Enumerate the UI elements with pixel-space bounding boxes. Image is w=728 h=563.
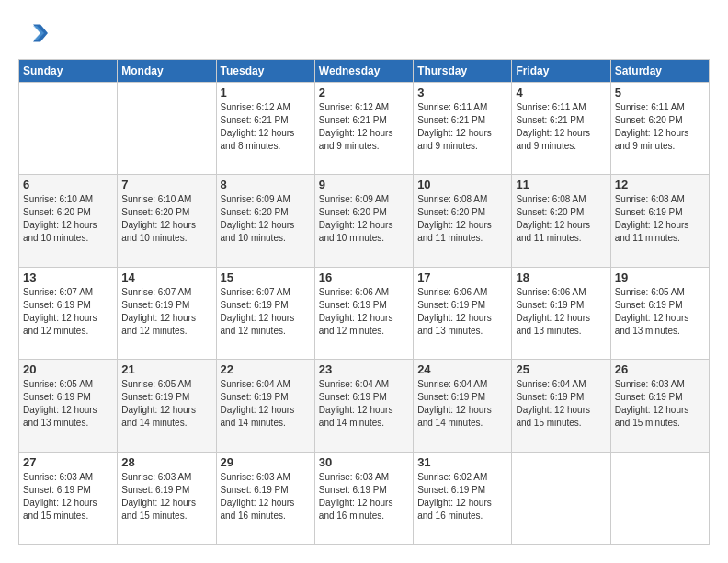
- day-number: 4: [516, 86, 606, 99]
- day-cell: 21Sunrise: 6:05 AM Sunset: 6:19 PM Dayli…: [118, 360, 216, 452]
- day-number: 19: [615, 270, 705, 284]
- day-info: Sunrise: 6:09 AM Sunset: 6:20 PM Dayligh…: [319, 193, 409, 245]
- day-number: 1: [221, 86, 311, 99]
- day-cell: 24Sunrise: 6:04 AM Sunset: 6:19 PM Dayli…: [414, 360, 512, 452]
- day-cell: 18Sunrise: 6:06 AM Sunset: 6:19 PM Dayli…: [512, 267, 610, 359]
- day-cell: 13Sunrise: 6:07 AM Sunset: 6:19 PM Dayli…: [19, 267, 118, 359]
- day-cell: 29Sunrise: 6:03 AM Sunset: 6:19 PM Dayli…: [216, 452, 314, 544]
- day-number: 2: [319, 86, 409, 99]
- day-number: 17: [417, 270, 507, 284]
- day-info: Sunrise: 6:05 AM Sunset: 6:19 PM Dayligh…: [23, 378, 113, 430]
- day-cell: [610, 452, 709, 544]
- day-cell: 5Sunrise: 6:11 AM Sunset: 6:20 PM Daylig…: [610, 83, 709, 175]
- day-cell: 9Sunrise: 6:09 AM Sunset: 6:20 PM Daylig…: [314, 175, 413, 267]
- col-header-saturday: Saturday: [610, 60, 709, 83]
- day-cell: 23Sunrise: 6:04 AM Sunset: 6:19 PM Dayli…: [314, 360, 413, 452]
- day-number: 6: [23, 178, 113, 191]
- day-number: 31: [417, 455, 507, 469]
- day-info: Sunrise: 6:10 AM Sunset: 6:20 PM Dayligh…: [121, 193, 211, 245]
- day-info: Sunrise: 6:02 AM Sunset: 6:19 PM Dayligh…: [417, 471, 507, 523]
- day-info: Sunrise: 6:05 AM Sunset: 6:19 PM Dayligh…: [615, 286, 705, 338]
- day-info: Sunrise: 6:08 AM Sunset: 6:20 PM Dayligh…: [516, 193, 606, 245]
- day-info: Sunrise: 6:07 AM Sunset: 6:19 PM Dayligh…: [121, 286, 211, 338]
- col-header-wednesday: Wednesday: [314, 60, 413, 83]
- day-info: Sunrise: 6:06 AM Sunset: 6:19 PM Dayligh…: [516, 286, 606, 338]
- day-info: Sunrise: 6:11 AM Sunset: 6:20 PM Dayligh…: [615, 101, 705, 153]
- day-info: Sunrise: 6:04 AM Sunset: 6:19 PM Dayligh…: [319, 378, 409, 430]
- col-header-friday: Friday: [512, 60, 610, 83]
- day-info: Sunrise: 6:06 AM Sunset: 6:19 PM Dayligh…: [417, 286, 507, 338]
- calendar-table: SundayMondayTuesdayWednesdayThursdayFrid…: [18, 59, 710, 545]
- day-number: 23: [319, 362, 409, 376]
- day-number: 11: [516, 178, 606, 191]
- col-header-monday: Monday: [118, 60, 216, 83]
- day-number: 14: [121, 270, 211, 284]
- day-number: 29: [221, 455, 311, 469]
- day-cell: 1Sunrise: 6:12 AM Sunset: 6:21 PM Daylig…: [216, 83, 314, 175]
- day-info: Sunrise: 6:11 AM Sunset: 6:21 PM Dayligh…: [516, 101, 606, 153]
- day-cell: 11Sunrise: 6:08 AM Sunset: 6:20 PM Dayli…: [512, 175, 610, 267]
- day-number: 7: [121, 178, 211, 191]
- day-number: 22: [221, 362, 311, 376]
- day-info: Sunrise: 6:03 AM Sunset: 6:19 PM Dayligh…: [23, 471, 113, 523]
- day-info: Sunrise: 6:03 AM Sunset: 6:19 PM Dayligh…: [615, 378, 705, 430]
- calendar-header-row: SundayMondayTuesdayWednesdayThursdayFrid…: [19, 60, 710, 83]
- day-number: 27: [23, 455, 113, 469]
- day-cell: 7Sunrise: 6:10 AM Sunset: 6:20 PM Daylig…: [118, 175, 216, 267]
- col-header-thursday: Thursday: [414, 60, 512, 83]
- day-info: Sunrise: 6:03 AM Sunset: 6:19 PM Dayligh…: [121, 471, 211, 523]
- day-cell: 4Sunrise: 6:11 AM Sunset: 6:21 PM Daylig…: [512, 83, 610, 175]
- day-cell: 3Sunrise: 6:11 AM Sunset: 6:21 PM Daylig…: [414, 83, 512, 175]
- day-cell: 16Sunrise: 6:06 AM Sunset: 6:19 PM Dayli…: [314, 267, 413, 359]
- day-cell: [512, 452, 610, 544]
- day-number: 9: [319, 178, 409, 191]
- week-row-1: 1Sunrise: 6:12 AM Sunset: 6:21 PM Daylig…: [19, 83, 710, 175]
- day-number: 18: [516, 270, 606, 284]
- day-info: Sunrise: 6:07 AM Sunset: 6:19 PM Dayligh…: [221, 286, 311, 338]
- day-info: Sunrise: 6:04 AM Sunset: 6:19 PM Dayligh…: [221, 378, 311, 430]
- day-info: Sunrise: 6:04 AM Sunset: 6:19 PM Dayligh…: [516, 378, 606, 430]
- day-info: Sunrise: 6:03 AM Sunset: 6:19 PM Dayligh…: [319, 471, 409, 523]
- page: SundayMondayTuesdayWednesdayThursdayFrid…: [0, 0, 728, 563]
- day-number: 15: [221, 270, 311, 284]
- col-header-sunday: Sunday: [19, 60, 118, 83]
- day-info: Sunrise: 6:10 AM Sunset: 6:20 PM Dayligh…: [23, 193, 113, 245]
- day-cell: 28Sunrise: 6:03 AM Sunset: 6:19 PM Dayli…: [118, 452, 216, 544]
- day-cell: 10Sunrise: 6:08 AM Sunset: 6:20 PM Dayli…: [414, 175, 512, 267]
- day-number: 30: [319, 455, 409, 469]
- day-number: 16: [319, 270, 409, 284]
- day-cell: 26Sunrise: 6:03 AM Sunset: 6:19 PM Dayli…: [610, 360, 709, 452]
- day-number: 12: [615, 178, 705, 191]
- day-cell: 12Sunrise: 6:08 AM Sunset: 6:19 PM Dayli…: [610, 175, 709, 267]
- day-cell: [118, 83, 216, 175]
- day-cell: 20Sunrise: 6:05 AM Sunset: 6:19 PM Dayli…: [19, 360, 118, 452]
- week-row-2: 6Sunrise: 6:10 AM Sunset: 6:20 PM Daylig…: [19, 175, 710, 267]
- day-cell: 22Sunrise: 6:04 AM Sunset: 6:19 PM Dayli…: [216, 360, 314, 452]
- day-info: Sunrise: 6:11 AM Sunset: 6:21 PM Dayligh…: [417, 101, 507, 153]
- day-number: 3: [417, 86, 507, 99]
- day-number: 10: [417, 178, 507, 191]
- day-number: 8: [221, 178, 311, 191]
- day-cell: 19Sunrise: 6:05 AM Sunset: 6:19 PM Dayli…: [610, 267, 709, 359]
- day-number: 26: [615, 362, 705, 376]
- day-number: 20: [23, 362, 113, 376]
- day-info: Sunrise: 6:07 AM Sunset: 6:19 PM Dayligh…: [23, 286, 113, 338]
- day-number: 25: [516, 362, 606, 376]
- logo: [18, 18, 51, 48]
- day-info: Sunrise: 6:04 AM Sunset: 6:19 PM Dayligh…: [417, 378, 507, 430]
- week-row-3: 13Sunrise: 6:07 AM Sunset: 6:19 PM Dayli…: [19, 267, 710, 359]
- day-info: Sunrise: 6:05 AM Sunset: 6:19 PM Dayligh…: [121, 378, 211, 430]
- week-row-5: 27Sunrise: 6:03 AM Sunset: 6:19 PM Dayli…: [19, 452, 710, 544]
- header: [18, 18, 710, 48]
- day-info: Sunrise: 6:03 AM Sunset: 6:19 PM Dayligh…: [221, 471, 311, 523]
- day-cell: 6Sunrise: 6:10 AM Sunset: 6:20 PM Daylig…: [19, 175, 118, 267]
- day-info: Sunrise: 6:12 AM Sunset: 6:21 PM Dayligh…: [319, 101, 409, 153]
- day-number: 24: [417, 362, 507, 376]
- day-info: Sunrise: 6:12 AM Sunset: 6:21 PM Dayligh…: [221, 101, 311, 153]
- week-row-4: 20Sunrise: 6:05 AM Sunset: 6:19 PM Dayli…: [19, 360, 710, 452]
- day-cell: 31Sunrise: 6:02 AM Sunset: 6:19 PM Dayli…: [414, 452, 512, 544]
- day-cell: 30Sunrise: 6:03 AM Sunset: 6:19 PM Dayli…: [314, 452, 413, 544]
- day-info: Sunrise: 6:06 AM Sunset: 6:19 PM Dayligh…: [319, 286, 409, 338]
- col-header-tuesday: Tuesday: [216, 60, 314, 83]
- day-cell: 8Sunrise: 6:09 AM Sunset: 6:20 PM Daylig…: [216, 175, 314, 267]
